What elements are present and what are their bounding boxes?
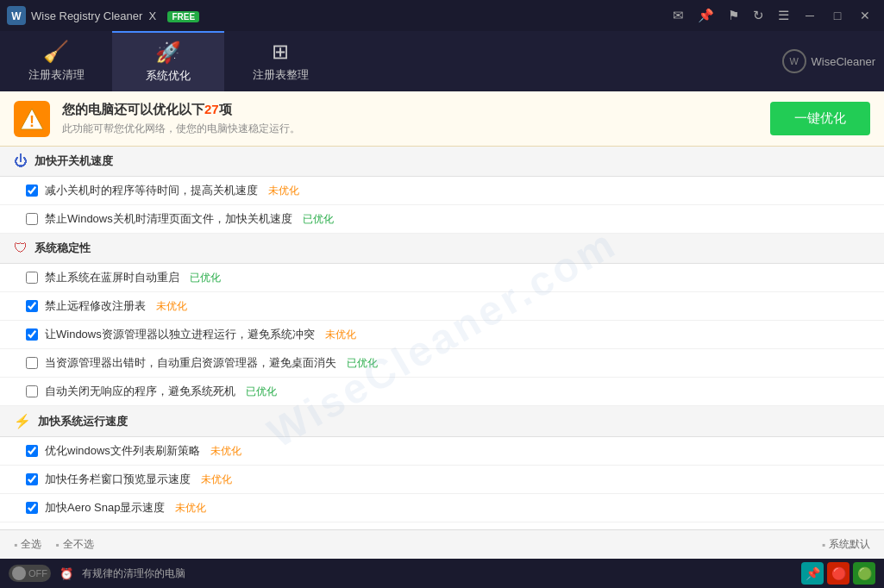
item-checkbox-1-0[interactable] (26, 272, 38, 284)
item-text-2-1: 加快任务栏窗口预览显示速度 (45, 472, 191, 487)
item-text-2-2: 加快Aero Snap显示速度 (45, 500, 165, 516)
item-row: 加快Aero Snap显示速度 未优化 (0, 494, 884, 522)
tray-icon-green[interactable]: 🟢 (853, 562, 875, 585)
tab-registry-clean[interactable]: 🧹 注册表清理 (0, 31, 112, 91)
envelope-icon[interactable]: ✉ (673, 8, 684, 23)
item-row: 禁止Windows关机时清理页面文件，加快关机速度 已优化 (0, 205, 884, 234)
nav-tabs: 🧹 注册表清理 🚀 系统优化 ⊞ 注册表整理 W WiseCleaner (0, 31, 884, 91)
app-title: Wise Registry Cleaner X FREE (31, 9, 673, 22)
tab-registry-defrag[interactable]: ⊞ 注册表整理 (224, 31, 336, 91)
item-status-1-3: 已优化 (347, 356, 378, 371)
item-checkbox-2-1[interactable] (26, 473, 38, 485)
svg-text:W: W (11, 10, 22, 22)
item-row: 自动关闭无响应的程序，避免系统死机 已优化 (0, 378, 884, 406)
item-status-2-0: 未优化 (210, 444, 241, 459)
close-button[interactable]: ✕ (853, 6, 877, 25)
item-status-2-3: 未优化 (156, 529, 187, 530)
registry-clean-label: 注册表清理 (28, 67, 85, 83)
banner: ! 您的电脑还可以优化以下27项 此功能可帮您优化网络，使您的电脑快速稳定运行。… (0, 91, 884, 147)
flag-icon[interactable]: ⚑ (728, 8, 739, 23)
schedule-clock-icon: ⏰ (60, 567, 73, 580)
item-checkbox-2-0[interactable] (26, 445, 38, 457)
window-controls: ─ □ ✕ (798, 6, 877, 25)
item-text-2-3: 优化系统显响应速度 (45, 529, 146, 529)
stability-icon: 🛡 (14, 241, 28, 256)
app-name-text: Wise Registry Cleaner (31, 9, 142, 22)
toggle-label: OFF (28, 568, 47, 579)
minimize-button[interactable]: ─ (798, 6, 822, 25)
tray-icon-teal[interactable]: 📌 (801, 562, 824, 585)
item-text-1-3: 当资源管理器出错时，自动重启资源管理器，避免桌面消失 (45, 355, 336, 371)
item-checkbox-2-2[interactable] (26, 502, 38, 514)
refresh-icon[interactable]: ↻ (753, 8, 764, 23)
app-version: X (149, 9, 157, 22)
pin-icon[interactable]: 📌 (698, 8, 714, 23)
item-checkbox-1-1[interactable] (26, 300, 38, 312)
brand-name: WiseCleaner (812, 55, 875, 68)
shutdown-section-title: 加快开关机速度 (34, 153, 113, 169)
item-text-2-0: 优化windows文件列表刷新策略 (45, 443, 200, 459)
banner-title-suffix: 项 (219, 102, 232, 116)
item-status-0-1: 已优化 (303, 212, 334, 227)
item-status-1-1: 未优化 (156, 299, 187, 314)
schedule-text: 有规律的清理你的电脑 (82, 566, 185, 581)
item-status-2-1: 未优化 (201, 472, 232, 487)
item-checkbox-1-4[interactable] (26, 385, 38, 397)
item-row: 当资源管理器出错时，自动重启资源管理器，避免桌面消失 已优化 (0, 349, 884, 378)
section-stability-header: 🛡 系统稳定性 (0, 234, 884, 264)
system-optimize-label: 系统优化 (146, 68, 191, 84)
item-text-1-1: 禁止远程修改注册表 (45, 298, 146, 314)
content-wrapper: WiseCleaner.com ⏻ 加快开关机速度 减小关机时的程序等待时间，提… (0, 147, 884, 529)
menu-icon[interactable]: ☰ (778, 8, 789, 23)
item-row: 加快任务栏窗口预览显示速度 未优化 (0, 466, 884, 494)
select-all-link[interactable]: 全选 (14, 537, 41, 552)
runspeed-icon: ⚡ (14, 413, 31, 429)
item-row: 优化系统显响应速度 未优化 (0, 522, 884, 529)
item-text-1-0: 禁止系统在蓝屏时自动重启 (45, 270, 179, 285)
sys-default-link[interactable]: 系统默认 (822, 537, 870, 552)
item-row: 让Windows资源管理器以独立进程运行，避免系统冲突 未优化 (0, 321, 884, 349)
banner-description: 此功能可帮您优化网络，使您的电脑快速稳定运行。 (62, 122, 770, 136)
stability-section-title: 系统稳定性 (34, 241, 91, 256)
system-optimize-icon: 🚀 (155, 41, 181, 65)
footer-bar: 全选 全不选 系统默认 (0, 529, 884, 559)
free-badge: FREE (167, 11, 199, 22)
brand-logo: W (782, 49, 806, 73)
one-click-optimize-button[interactable]: 一键优化 (770, 102, 870, 135)
title-bar: W Wise Registry Cleaner X FREE ✉ 📌 ⚑ ↻ ☰… (0, 0, 884, 31)
runspeed-section-title: 加快系统运行速度 (38, 414, 128, 429)
deselect-all-link[interactable]: 全不选 (55, 537, 93, 552)
item-checkbox-1-2[interactable] (26, 328, 38, 341)
tab-system-optimize[interactable]: 🚀 系统优化 (112, 31, 224, 91)
item-status-2-2: 未优化 (175, 501, 206, 516)
item-status-1-4: 已优化 (246, 385, 277, 399)
banner-count: 27 (204, 102, 219, 116)
banner-warning-icon: ! (14, 101, 50, 137)
item-row: 禁止系统在蓝屏时自动重启 已优化 (0, 264, 884, 292)
item-text-0-1: 禁止Windows关机时清理页面文件，加快关机速度 (45, 211, 292, 227)
item-checkbox-0-0[interactable] (26, 185, 38, 197)
svg-text:!: ! (29, 113, 34, 130)
main-content: WiseCleaner.com ⏻ 加快开关机速度 减小关机时的程序等待时间，提… (0, 147, 884, 529)
maximize-button[interactable]: □ (825, 6, 850, 25)
item-status-1-2: 未优化 (325, 328, 356, 342)
item-checkbox-1-3[interactable] (26, 357, 38, 369)
auto-clean-toggle[interactable]: OFF (9, 565, 51, 582)
banner-text-block: 您的电脑还可以优化以下27项 此功能可帮您优化网络，使您的电脑快速稳定运行。 (62, 102, 770, 136)
item-checkbox-0-1[interactable] (26, 213, 38, 225)
title-icons-group: ✉ 📌 ⚑ ↻ ☰ (673, 8, 789, 23)
app-logo: W (7, 6, 26, 25)
status-icons-group: 📌 🔴 🟢 (801, 562, 875, 585)
item-row: 减小关机时的程序等待时间，提高关机速度 未优化 (0, 177, 884, 205)
status-bar: OFF ⏰ 有规律的清理你的电脑 📌 🔴 🟢 (0, 559, 884, 588)
item-status-1-0: 已优化 (190, 271, 221, 285)
item-row: 优化windows文件列表刷新策略 未优化 (0, 437, 884, 466)
registry-defrag-label: 注册表整理 (253, 67, 309, 83)
tray-icon-red[interactable]: 🔴 (827, 562, 850, 585)
shutdown-icon: ⏻ (14, 153, 28, 169)
registry-defrag-icon: ⊞ (272, 40, 289, 64)
toggle-knob (12, 566, 26, 580)
section-shutdown-header: ⏻ 加快开关机速度 (0, 147, 884, 177)
item-text-0-0: 减小关机时的程序等待时间，提高关机速度 (45, 183, 258, 198)
item-status-0-0: 未优化 (268, 184, 299, 198)
